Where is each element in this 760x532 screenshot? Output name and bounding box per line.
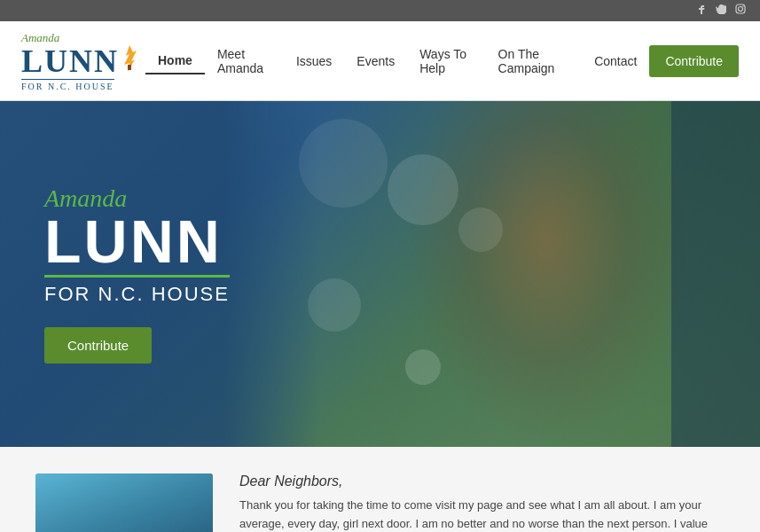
svg-rect-0 [736,4,745,13]
logo-tagline: FOR N.C. HOUSE [21,79,114,91]
main-nav: Home Meet Amanda Issues Events Ways To H… [145,42,649,81]
hero-face-area [405,101,689,447]
torch-icon [121,45,138,77]
svg-rect-4 [128,65,131,70]
svg-point-2 [742,5,743,6]
site-header: Amanda LUNN FOR N.C. HOUSE Home Meet Ama… [0,21,760,101]
content-greeting: Dear Neighbors, [239,473,725,489]
bokeh-5 [405,349,441,385]
twitter-link[interactable] [716,4,726,18]
svg-point-1 [739,7,743,12]
nav-issues[interactable]: Issues [284,49,344,74]
content-image [35,473,213,532]
hero-tagline: FOR N.C. HOUSE [44,283,230,306]
logo: Amanda LUNN FOR N.C. HOUSE [21,31,145,91]
nav-events[interactable]: Events [344,49,407,74]
nav-home[interactable]: Home [145,48,205,74]
facebook-link[interactable] [696,4,707,18]
hero-content: Amanda LUNN FOR N.C. HOUSE Contribute [0,184,230,363]
content-paragraph: Thank you for taking the time to come vi… [239,497,725,532]
nav-ways-to-help[interactable]: Ways To Help [407,42,485,81]
content-section: Dear Neighbors, Thank you for taking the… [0,447,760,532]
logo-lunn: LUNN [21,45,119,77]
hero-right-edge [671,101,760,447]
header-contribute-button[interactable]: Contribute [649,45,739,77]
bokeh-2 [458,207,503,252]
hero-contribute-button[interactable]: Contribute [44,327,152,364]
hero-name-last: LUNN [44,215,230,277]
hero-section: Amanda LUNN FOR N.C. HOUSE Contribute [0,101,760,447]
nav-contact[interactable]: Contact [582,49,649,74]
social-bar [0,0,760,21]
nav-meet-amanda[interactable]: Meet Amanda [205,42,284,81]
instagram-link[interactable] [735,4,746,18]
bokeh-1 [388,154,458,225]
nav-on-the-campaign[interactable]: On The Campaign [486,42,583,81]
content-text-area: Dear Neighbors, Thank you for taking the… [239,473,725,532]
